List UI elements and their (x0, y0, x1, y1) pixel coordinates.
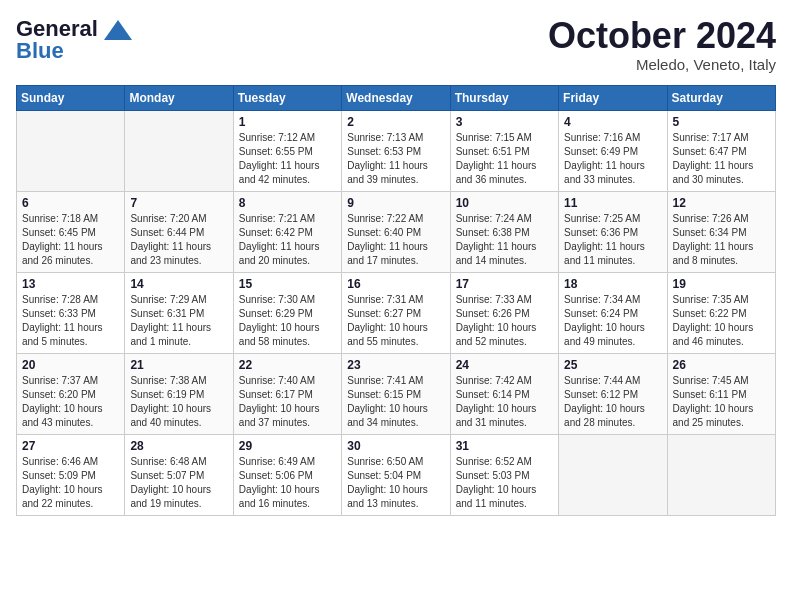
calendar-cell (17, 110, 125, 191)
day-detail: Sunrise: 7:26 AM Sunset: 6:34 PM Dayligh… (673, 212, 770, 268)
daylight: Daylight: 10 hours and 22 minutes. (22, 484, 103, 509)
day-detail: Sunrise: 7:41 AM Sunset: 6:15 PM Dayligh… (347, 374, 444, 430)
calendar-cell (667, 434, 775, 515)
daylight: Daylight: 11 hours and 14 minutes. (456, 241, 537, 266)
calendar-cell: 19 Sunrise: 7:35 AM Sunset: 6:22 PM Dayl… (667, 272, 775, 353)
sunset: Sunset: 6:22 PM (673, 308, 747, 319)
sunrise: Sunrise: 6:52 AM (456, 456, 532, 467)
day-detail: Sunrise: 6:50 AM Sunset: 5:04 PM Dayligh… (347, 455, 444, 511)
sunrise: Sunrise: 7:44 AM (564, 375, 640, 386)
day-detail: Sunrise: 7:35 AM Sunset: 6:22 PM Dayligh… (673, 293, 770, 349)
calendar-week-row: 20 Sunrise: 7:37 AM Sunset: 6:20 PM Dayl… (17, 353, 776, 434)
sunset: Sunset: 6:49 PM (564, 146, 638, 157)
calendar-header-row: SundayMondayTuesdayWednesdayThursdayFrid… (17, 85, 776, 110)
day-number: 11 (564, 196, 661, 210)
calendar-cell: 11 Sunrise: 7:25 AM Sunset: 6:36 PM Dayl… (559, 191, 667, 272)
calendar-cell: 12 Sunrise: 7:26 AM Sunset: 6:34 PM Dayl… (667, 191, 775, 272)
calendar-cell: 26 Sunrise: 7:45 AM Sunset: 6:11 PM Dayl… (667, 353, 775, 434)
calendar-week-row: 6 Sunrise: 7:18 AM Sunset: 6:45 PM Dayli… (17, 191, 776, 272)
calendar-cell: 22 Sunrise: 7:40 AM Sunset: 6:17 PM Dayl… (233, 353, 341, 434)
sunset: Sunset: 6:40 PM (347, 227, 421, 238)
daylight: Daylight: 10 hours and 43 minutes. (22, 403, 103, 428)
day-number: 24 (456, 358, 553, 372)
day-number: 19 (673, 277, 770, 291)
calendar-cell: 5 Sunrise: 7:17 AM Sunset: 6:47 PM Dayli… (667, 110, 775, 191)
daylight: Daylight: 11 hours and 11 minutes. (564, 241, 645, 266)
day-header-friday: Friday (559, 85, 667, 110)
day-number: 15 (239, 277, 336, 291)
day-detail: Sunrise: 7:12 AM Sunset: 6:55 PM Dayligh… (239, 131, 336, 187)
day-number: 20 (22, 358, 119, 372)
day-header-thursday: Thursday (450, 85, 558, 110)
sunrise: Sunrise: 7:22 AM (347, 213, 423, 224)
day-detail: Sunrise: 7:15 AM Sunset: 6:51 PM Dayligh… (456, 131, 553, 187)
day-detail: Sunrise: 7:42 AM Sunset: 6:14 PM Dayligh… (456, 374, 553, 430)
sunrise: Sunrise: 7:16 AM (564, 132, 640, 143)
daylight: Daylight: 11 hours and 26 minutes. (22, 241, 103, 266)
calendar-cell: 4 Sunrise: 7:16 AM Sunset: 6:49 PM Dayli… (559, 110, 667, 191)
day-number: 7 (130, 196, 227, 210)
day-number: 10 (456, 196, 553, 210)
calendar-cell: 1 Sunrise: 7:12 AM Sunset: 6:55 PM Dayli… (233, 110, 341, 191)
sunrise: Sunrise: 6:48 AM (130, 456, 206, 467)
day-detail: Sunrise: 6:46 AM Sunset: 5:09 PM Dayligh… (22, 455, 119, 511)
calendar-cell: 21 Sunrise: 7:38 AM Sunset: 6:19 PM Dayl… (125, 353, 233, 434)
sunrise: Sunrise: 7:25 AM (564, 213, 640, 224)
sunrise: Sunrise: 7:41 AM (347, 375, 423, 386)
sunrise: Sunrise: 7:37 AM (22, 375, 98, 386)
sunset: Sunset: 5:04 PM (347, 470, 421, 481)
calendar-week-row: 27 Sunrise: 6:46 AM Sunset: 5:09 PM Dayl… (17, 434, 776, 515)
day-header-tuesday: Tuesday (233, 85, 341, 110)
day-number: 28 (130, 439, 227, 453)
sunrise: Sunrise: 7:35 AM (673, 294, 749, 305)
daylight: Daylight: 10 hours and 31 minutes. (456, 403, 537, 428)
daylight: Daylight: 10 hours and 55 minutes. (347, 322, 428, 347)
sunset: Sunset: 6:17 PM (239, 389, 313, 400)
sunset: Sunset: 6:53 PM (347, 146, 421, 157)
calendar-week-row: 1 Sunrise: 7:12 AM Sunset: 6:55 PM Dayli… (17, 110, 776, 191)
calendar-cell: 18 Sunrise: 7:34 AM Sunset: 6:24 PM Dayl… (559, 272, 667, 353)
daylight: Daylight: 11 hours and 1 minute. (130, 322, 211, 347)
sunset: Sunset: 6:45 PM (22, 227, 96, 238)
daylight: Daylight: 11 hours and 30 minutes. (673, 160, 754, 185)
day-number: 4 (564, 115, 661, 129)
day-number: 22 (239, 358, 336, 372)
day-detail: Sunrise: 7:24 AM Sunset: 6:38 PM Dayligh… (456, 212, 553, 268)
sunrise: Sunrise: 7:38 AM (130, 375, 206, 386)
sunset: Sunset: 6:27 PM (347, 308, 421, 319)
day-detail: Sunrise: 7:29 AM Sunset: 6:31 PM Dayligh… (130, 293, 227, 349)
sunset: Sunset: 5:06 PM (239, 470, 313, 481)
daylight: Daylight: 10 hours and 11 minutes. (456, 484, 537, 509)
daylight: Daylight: 11 hours and 17 minutes. (347, 241, 428, 266)
sunrise: Sunrise: 6:46 AM (22, 456, 98, 467)
day-number: 25 (564, 358, 661, 372)
calendar-cell: 27 Sunrise: 6:46 AM Sunset: 5:09 PM Dayl… (17, 434, 125, 515)
day-number: 6 (22, 196, 119, 210)
day-detail: Sunrise: 7:31 AM Sunset: 6:27 PM Dayligh… (347, 293, 444, 349)
sunrise: Sunrise: 7:12 AM (239, 132, 315, 143)
day-number: 9 (347, 196, 444, 210)
daylight: Daylight: 11 hours and 5 minutes. (22, 322, 103, 347)
sunrise: Sunrise: 7:13 AM (347, 132, 423, 143)
day-number: 17 (456, 277, 553, 291)
month-title: October 2024 (548, 16, 776, 56)
day-detail: Sunrise: 7:22 AM Sunset: 6:40 PM Dayligh… (347, 212, 444, 268)
calendar-cell: 13 Sunrise: 7:28 AM Sunset: 6:33 PM Dayl… (17, 272, 125, 353)
daylight: Daylight: 10 hours and 34 minutes. (347, 403, 428, 428)
day-detail: Sunrise: 7:28 AM Sunset: 6:33 PM Dayligh… (22, 293, 119, 349)
sunrise: Sunrise: 7:18 AM (22, 213, 98, 224)
svg-marker-0 (104, 20, 132, 40)
page-header: General Blue October 2024 Meledo, Veneto… (16, 16, 776, 73)
calendar-cell: 17 Sunrise: 7:33 AM Sunset: 6:26 PM Dayl… (450, 272, 558, 353)
sunset: Sunset: 6:19 PM (130, 389, 204, 400)
day-header-wednesday: Wednesday (342, 85, 450, 110)
calendar-cell (125, 110, 233, 191)
day-detail: Sunrise: 7:18 AM Sunset: 6:45 PM Dayligh… (22, 212, 119, 268)
sunrise: Sunrise: 7:24 AM (456, 213, 532, 224)
sunrise: Sunrise: 7:26 AM (673, 213, 749, 224)
sunset: Sunset: 6:20 PM (22, 389, 96, 400)
calendar-cell: 20 Sunrise: 7:37 AM Sunset: 6:20 PM Dayl… (17, 353, 125, 434)
day-detail: Sunrise: 7:44 AM Sunset: 6:12 PM Dayligh… (564, 374, 661, 430)
day-detail: Sunrise: 7:40 AM Sunset: 6:17 PM Dayligh… (239, 374, 336, 430)
day-detail: Sunrise: 7:21 AM Sunset: 6:42 PM Dayligh… (239, 212, 336, 268)
